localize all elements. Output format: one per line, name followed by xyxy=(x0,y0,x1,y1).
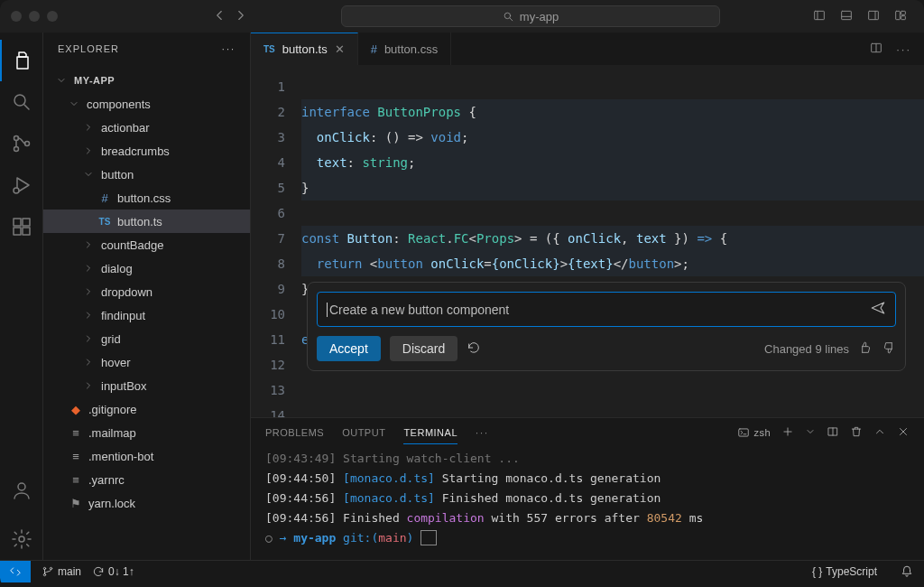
tree-item-label: breadcrumbs xyxy=(101,144,170,158)
layout-toggle-panel-icon[interactable] xyxy=(839,8,854,25)
inline-chat-input[interactable]: Create a new button component xyxy=(317,292,896,327)
tree-folder[interactable]: hover xyxy=(43,350,250,374)
tree-item-label: countBadge xyxy=(101,238,163,252)
chevron-icon xyxy=(83,145,96,156)
status-branch[interactable]: main xyxy=(42,565,81,578)
status-language[interactable]: { }TypeScript xyxy=(812,565,877,578)
panel-close-icon[interactable] xyxy=(897,425,910,440)
tree-file[interactable]: ≡.yarnrc xyxy=(43,468,250,491)
status-notifications[interactable] xyxy=(901,565,913,578)
svg-rect-15 xyxy=(23,219,30,226)
tree-file[interactable]: ≡.mention-bot xyxy=(43,444,250,468)
discard-button[interactable]: Discard xyxy=(390,336,457,361)
editor-more-icon[interactable]: ··· xyxy=(896,42,911,56)
explorer-title: EXPLORER xyxy=(58,43,119,54)
file-tree: MY-APP componentsactionbarbreadcrumbsbut… xyxy=(43,65,250,560)
file-icon: ≡ xyxy=(69,426,83,440)
panel-maximize-icon[interactable] xyxy=(873,425,886,440)
activity-debug[interactable] xyxy=(0,164,43,206)
tree-folder[interactable]: breadcrumbs xyxy=(43,139,250,163)
tab-close-icon[interactable]: ✕ xyxy=(335,42,345,56)
nav-forward[interactable] xyxy=(233,7,249,26)
tree-file[interactable]: ⚑yarn.lock xyxy=(43,491,250,515)
tree-folder[interactable]: actionbar xyxy=(43,116,250,139)
line-gutter: 123456789101112131415 xyxy=(251,65,301,417)
tree-folder[interactable]: dropdown xyxy=(43,280,250,303)
editor-tab[interactable]: #button.css xyxy=(358,33,452,65)
activity-scm[interactable] xyxy=(0,123,43,164)
activity-account[interactable] xyxy=(0,470,43,511)
minimize-window[interactable] xyxy=(29,11,40,22)
tree-item-label: yarn.lock xyxy=(88,497,135,510)
panel-tab-output[interactable]: OUTPUT xyxy=(342,422,385,443)
activity-explorer[interactable] xyxy=(0,40,43,81)
explorer-more-icon[interactable]: ··· xyxy=(222,43,236,54)
accept-button[interactable]: Accept xyxy=(317,336,381,361)
split-editor-icon[interactable] xyxy=(869,41,883,58)
search-icon xyxy=(503,11,514,23)
tree-item-label: .gitignore xyxy=(88,403,136,416)
explorer-sidebar: EXPLORER ··· MY-APP componentsactionbarb… xyxy=(43,33,251,560)
status-sync[interactable]: 0↓ 1↑ xyxy=(92,565,134,578)
tree-file[interactable]: ◆.gitignore xyxy=(43,397,250,421)
layout-toggle-primary-icon[interactable] xyxy=(812,8,827,25)
rerun-icon[interactable] xyxy=(467,340,481,358)
thumbs-down-icon[interactable] xyxy=(882,340,896,358)
chevron-icon xyxy=(83,310,96,321)
layout-customize-icon[interactable] xyxy=(893,8,908,25)
svg-point-16 xyxy=(18,483,25,490)
ts-file-icon: TS xyxy=(97,217,112,227)
tree-item-label: dialog xyxy=(101,262,133,275)
terminal-split-icon[interactable] xyxy=(827,425,839,440)
tree-item-label: actionbar xyxy=(101,121,149,135)
terminal-dropdown-icon[interactable] xyxy=(805,426,816,439)
svg-point-0 xyxy=(504,13,511,19)
layout-toggle-secondary-icon[interactable] xyxy=(866,8,881,25)
svg-rect-19 xyxy=(739,429,749,436)
svg-point-7 xyxy=(14,95,25,106)
panel-tab-terminal[interactable]: TERMINAL xyxy=(403,422,457,444)
chevron-icon xyxy=(83,263,96,274)
terminal-launch-profile[interactable]: zsh xyxy=(737,426,771,439)
activity-search[interactable] xyxy=(0,81,43,123)
remote-indicator[interactable] xyxy=(0,561,31,582)
activity-settings[interactable] xyxy=(0,518,43,560)
tree-root[interactable]: MY-APP xyxy=(43,69,250,92)
tree-folder[interactable]: components xyxy=(43,92,250,116)
tree-item-label: button xyxy=(101,168,134,182)
git-file-icon: ◆ xyxy=(69,403,83,416)
terminal-body[interactable]: [09:43:49] Starting watch-client ... [09… xyxy=(251,447,924,560)
bottom-panel: PROBLEMS OUTPUT TERMINAL ··· zsh [09:43:… xyxy=(251,417,924,560)
chevron-icon xyxy=(69,98,81,109)
thumbs-up-icon[interactable] xyxy=(858,340,873,358)
svg-rect-12 xyxy=(14,219,21,226)
command-center[interactable]: my-app xyxy=(341,5,720,27)
editor-tab[interactable]: TSbutton.ts✕ xyxy=(251,33,358,65)
tree-item-label: hover xyxy=(101,356,131,369)
send-icon[interactable] xyxy=(870,300,886,319)
terminal-new-icon[interactable] xyxy=(781,425,794,440)
panel-more-icon[interactable]: ··· xyxy=(476,427,489,438)
tree-file[interactable]: ≡.mailmap xyxy=(43,421,250,444)
tree-folder[interactable]: findinput xyxy=(43,303,250,327)
close-window[interactable] xyxy=(11,11,22,22)
tree-file[interactable]: #button.css xyxy=(43,186,250,210)
tree-folder[interactable]: grid xyxy=(43,327,250,350)
tree-folder[interactable]: dialog xyxy=(43,256,250,280)
activity-extensions[interactable] xyxy=(0,206,43,247)
tree-folder[interactable]: countBadge xyxy=(43,233,250,256)
nav-back[interactable] xyxy=(211,7,227,26)
titlebar: my-app xyxy=(0,0,924,33)
svg-rect-4 xyxy=(896,11,901,19)
panel-tab-problems[interactable]: PROBLEMS xyxy=(265,422,324,443)
terminal-kill-icon[interactable] xyxy=(850,425,863,440)
tree-item-label: dropdown xyxy=(101,285,152,299)
tree-file[interactable]: TSbutton.ts xyxy=(43,210,250,233)
maximize-window[interactable] xyxy=(47,11,58,22)
tree-folder[interactable]: inputBox xyxy=(43,374,250,397)
tree-folder[interactable]: button xyxy=(43,163,250,186)
ts-file-icon: TS xyxy=(263,44,275,54)
svg-rect-1 xyxy=(815,11,825,19)
chevron-icon xyxy=(83,286,96,297)
inline-chat: Create a new button component Accept Dis… xyxy=(307,282,906,371)
